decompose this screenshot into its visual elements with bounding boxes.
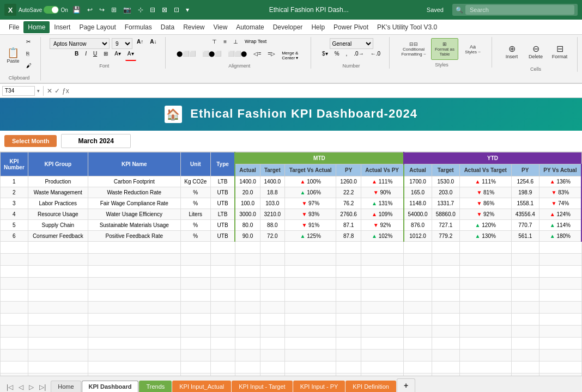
font-name-select[interactable]: Aptos Narrow: [50, 38, 110, 49]
insert-function-icon[interactable]: ƒx: [62, 87, 69, 95]
align-right-button[interactable]: ⬜⬜⬤: [226, 50, 249, 61]
cancel-formula-icon[interactable]: ✕: [47, 87, 52, 95]
menu-data[interactable]: Data: [156, 21, 179, 33]
autosave-toggle[interactable]: [44, 6, 59, 14]
menu-home[interactable]: Home: [23, 21, 50, 33]
increase-decimal-button[interactable]: ←.0: [368, 50, 383, 61]
add-sheet-button[interactable]: +: [397, 378, 415, 392]
menu-review[interactable]: Review: [179, 21, 209, 33]
border-button[interactable]: ⊞: [101, 50, 110, 61]
mtd-actual-cell: 90.0: [235, 231, 260, 242]
clipboard-label: Clipboard: [9, 73, 30, 81]
more-icon[interactable]: ▾: [184, 5, 191, 15]
tab-home[interactable]: Home: [51, 381, 81, 392]
menu-view[interactable]: View: [209, 21, 232, 33]
styles-label: Styles ~: [465, 50, 481, 54]
align-bottom-button[interactable]: ⊥: [231, 38, 240, 49]
cell-reference[interactable]: [2, 86, 35, 96]
tab-kpi-input-py[interactable]: KPI Input - PY: [293, 381, 345, 392]
decrease-indent-button[interactable]: ◁=: [251, 50, 263, 61]
cut-button[interactable]: ✂: [24, 38, 34, 49]
confirm-formula-icon[interactable]: ✓: [54, 87, 60, 95]
next-sheet-button[interactable]: ▷: [27, 382, 36, 392]
delete-button[interactable]: ⊖ Delete: [525, 38, 547, 64]
align-top-button[interactable]: ⊤: [210, 38, 219, 49]
camera-icon[interactable]: 📷: [121, 5, 134, 15]
paste-icon: 📋: [7, 48, 19, 58]
menu-insert[interactable]: Insert: [50, 21, 75, 33]
ytd-actual-cell: 54000.0: [404, 209, 432, 220]
save-icon[interactable]: 💾: [70, 5, 83, 15]
tab-kpi-input-target[interactable]: KPI Input - Target: [232, 381, 292, 392]
menu-developer[interactable]: Developer: [269, 21, 307, 33]
italic-button[interactable]: I: [83, 50, 89, 61]
menu-formulas[interactable]: Formulas: [120, 21, 156, 33]
wrap-text-button[interactable]: Wrap Text: [242, 38, 269, 49]
grid-icon[interactable]: ⊟: [148, 5, 157, 15]
bold-button[interactable]: B: [72, 50, 81, 61]
formula-input[interactable]: [71, 88, 580, 94]
cursor-icon[interactable]: ⊹: [136, 5, 146, 15]
menu-help[interactable]: Help: [307, 21, 329, 33]
cell-styles-button[interactable]: Aa Styles ~: [460, 38, 485, 60]
tab-kpi-dashboard[interactable]: KPI Dashboard: [82, 381, 139, 392]
comma-button[interactable]: ,: [344, 50, 350, 61]
ytd-py-cell: 561.1: [511, 231, 539, 242]
tab-kpi-input-actual[interactable]: KPI Input_Actual: [172, 381, 231, 392]
currency-button[interactable]: $▾: [320, 50, 330, 61]
ytd-target-cell: 727.1: [432, 220, 459, 231]
font-size-select[interactable]: 9: [112, 38, 132, 49]
insert-icon: ⊕: [508, 44, 516, 54]
menu-file[interactable]: File: [4, 21, 23, 33]
underline-button[interactable]: U: [91, 50, 99, 61]
align-left-button[interactable]: ⬤⬜⬜: [174, 50, 198, 61]
undo-icon[interactable]: ↩: [85, 5, 95, 15]
format-button[interactable]: ⊟ Format: [549, 38, 571, 64]
kpi-name-cell: Carbon Footprint: [88, 176, 180, 187]
format-label: Format: [552, 54, 568, 59]
mtd-avspy-cell: ▼ 92%: [361, 220, 403, 231]
table-icon[interactable]: ⊞: [109, 5, 119, 15]
align-center-button[interactable]: ⬜⬤⬜: [200, 50, 223, 61]
first-sheet-button[interactable]: |◁: [4, 382, 15, 392]
menu-automate[interactable]: Automate: [232, 21, 268, 33]
kpi-type-cell: LTB: [210, 209, 235, 220]
merge-center-button[interactable]: Merge & Center ▾: [280, 50, 304, 61]
copy-button[interactable]: ⎘: [24, 50, 34, 61]
font-grow-button[interactable]: A↑: [135, 38, 146, 49]
increase-indent-button[interactable]: =▷: [265, 50, 277, 61]
insert-button[interactable]: ⊕ Insert: [501, 38, 523, 64]
empty-row: [1, 350, 582, 362]
kpi-group-cell: Production: [28, 176, 88, 187]
table-row: 5Supply ChainSustainable Materials Usage…: [1, 220, 582, 231]
formula-dropdown-icon[interactable]: ▾: [37, 88, 40, 94]
grid3-icon[interactable]: ⊡: [172, 5, 181, 15]
format-painter-button[interactable]: 🖌: [24, 62, 34, 73]
tab-kpi-definition[interactable]: KPI Definition: [345, 381, 396, 392]
kpi-unit-cell: Liters: [180, 209, 210, 220]
font-shrink-button[interactable]: A↓: [148, 38, 159, 49]
format-as-table-button[interactable]: ⊞ Format as Table: [431, 38, 458, 60]
font-color-button[interactable]: A▾: [125, 50, 136, 61]
formula-divider: [43, 86, 44, 96]
align-middle-button[interactable]: ≡: [221, 38, 229, 49]
prev-sheet-button[interactable]: ◁: [16, 382, 26, 392]
tab-trends[interactable]: Trends: [139, 381, 172, 392]
percent-button[interactable]: %: [332, 50, 342, 61]
fill-color-button[interactable]: A▾: [112, 50, 123, 61]
search-input[interactable]: [465, 5, 574, 15]
delete-label: Delete: [529, 54, 543, 59]
conditional-formatting-button[interactable]: ⊟⊟ ConditionalFormatting ~: [398, 38, 429, 60]
grid2-icon[interactable]: ⊠: [160, 5, 169, 15]
last-sheet-button[interactable]: ▷|: [37, 382, 48, 392]
redo-icon[interactable]: ↪: [97, 5, 107, 15]
menu-pk-utility[interactable]: PK's Utility Tool V3.0: [373, 21, 441, 33]
home-icon[interactable]: 🏠: [165, 106, 182, 123]
menu-page-layout[interactable]: Page Layout: [75, 21, 120, 33]
empty-row: [1, 326, 582, 338]
menu-power-pivot[interactable]: Power Pivot: [329, 21, 373, 33]
number-format-select[interactable]: General: [330, 38, 373, 49]
decrease-decimal-button[interactable]: .0→: [351, 50, 366, 61]
select-month-button[interactable]: Select Month: [4, 135, 57, 147]
paste-button[interactable]: 📋 Paste: [4, 42, 22, 69]
